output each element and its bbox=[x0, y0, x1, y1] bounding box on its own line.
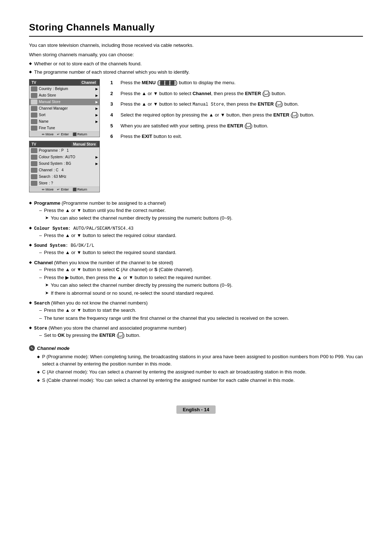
detail-content: Sound System: BG/DK/I/L – Press the ▲ or… bbox=[34, 242, 363, 257]
detail-content: Store (When you store the channel and as… bbox=[34, 324, 363, 340]
footer-label: English - 14 bbox=[176, 405, 216, 414]
step-text: Select the required option by pressing t… bbox=[121, 111, 363, 119]
footer-enter: ↵ Enter bbox=[57, 188, 69, 191]
step-text: Press the ▲ or ▼ button to select Channe… bbox=[121, 90, 363, 97]
step-3: 3 Press the ▲ or ▼ button to select Manu… bbox=[110, 101, 363, 108]
sub-text: Press the ▲ or ▼ button to select the re… bbox=[44, 232, 176, 239]
screen2-tv-label: TV bbox=[32, 142, 36, 146]
sub-item: – The tuner scans the frequency range un… bbox=[39, 315, 363, 322]
footer-move: ⇔ Move bbox=[42, 132, 54, 136]
step-number: 3 bbox=[110, 101, 118, 108]
row-text: Store: ? bbox=[39, 181, 98, 186]
step-2: 2 Press the ▲ or ▼ button to select Chan… bbox=[110, 90, 363, 97]
screen2-row-search: Search: 63 MHz bbox=[29, 173, 99, 180]
bullet-diamond: ◆ bbox=[29, 61, 32, 66]
tv-screens-panel: TV Channel Country: Belgium ▶ Auto Store… bbox=[29, 79, 102, 192]
row-text: Auto Store bbox=[39, 93, 95, 98]
details-section: ◆ Programme (Programme number to be assi… bbox=[29, 200, 363, 384]
screen2-row-coloursys: Colour System: AUTO ▶ bbox=[29, 154, 99, 160]
bullet-diamond: ◆ bbox=[29, 69, 32, 74]
detail-coloursystem: ◆ Colour System: AUTO/PAL/SECAM/NTSC4.43… bbox=[29, 225, 363, 240]
row-text: Name bbox=[39, 119, 95, 124]
sub-text: Press the ▶ button, then press the ▲ or … bbox=[44, 274, 211, 281]
step-number: 2 bbox=[110, 90, 118, 97]
note-title: Channel mode bbox=[37, 345, 70, 352]
note-item-text: S (Cable channel mode): You can select a… bbox=[42, 377, 295, 384]
row-icon bbox=[31, 161, 37, 166]
dash: – bbox=[39, 332, 42, 339]
row-text: Manual Store bbox=[39, 99, 95, 105]
dash: – bbox=[39, 274, 42, 281]
screen2-header: TV Manual Store bbox=[29, 141, 99, 147]
row-arrow: ▶ bbox=[95, 162, 98, 166]
note-item-s: ◆ S (Cable channel mode): You can select… bbox=[37, 377, 363, 384]
sub-item: – Press the ▲ or ▼ button to select C (A… bbox=[39, 266, 363, 273]
screen1-tv-label: TV bbox=[32, 81, 36, 85]
row-arrow: ▶ bbox=[95, 119, 98, 124]
row-icon bbox=[31, 86, 37, 91]
row-icon bbox=[31, 155, 37, 160]
sub-item: – Set to OK by pressing the ENTER (↵) bu… bbox=[39, 332, 363, 339]
sub-sub-text: You can also select the channel number d… bbox=[51, 282, 233, 289]
screen1-body: Country: Belgium ▶ Auto Store ▶ Manual S… bbox=[29, 86, 99, 131]
intro-line1: You can store television channels, inclu… bbox=[29, 42, 363, 49]
row-arrow: ▶ bbox=[95, 93, 98, 98]
screen2-body: Programme: P 1 Colour System: AUTO ▶ Sou… bbox=[29, 147, 99, 187]
row-icon bbox=[31, 99, 37, 105]
note-item-text: C (Air channel mode): You can select a c… bbox=[42, 368, 306, 376]
footer-enter: ↵ Enter bbox=[57, 132, 69, 136]
main-content: TV Channel Country: Belgium ▶ Auto Store… bbox=[29, 79, 363, 192]
row-icon bbox=[31, 113, 37, 118]
footer-move: ⇔ Move bbox=[42, 188, 54, 191]
footer-return: ⬛ Return bbox=[73, 188, 87, 191]
screen1-header: TV Channel bbox=[29, 79, 99, 86]
detail-content: Search (When you do not know the channel… bbox=[34, 299, 363, 322]
intro-line2: When storing channels manually, you can … bbox=[29, 51, 363, 58]
row-icon bbox=[31, 126, 37, 131]
sub-text: Press the ▲ or ▼ button to select C (Air… bbox=[44, 266, 193, 273]
screen1-menu-label: Channel bbox=[80, 80, 97, 85]
tv-screen-1: TV Channel Country: Belgium ▶ Auto Store… bbox=[29, 79, 100, 137]
step-text: Press the EXIT button to exit. bbox=[121, 133, 363, 140]
row-icon bbox=[31, 181, 37, 186]
step-6: 6 Press the EXIT button to exit. bbox=[110, 133, 363, 140]
row-text: Channel Manager bbox=[39, 106, 95, 111]
detail-diamond: ◆ bbox=[29, 242, 32, 248]
note-item-text: P (Programme mode): When completing tuni… bbox=[42, 353, 363, 367]
footer-return: ⬛ Return bbox=[73, 132, 87, 136]
note-diamond: ◆ bbox=[37, 369, 40, 375]
step-4: 4 Select the required option by pressing… bbox=[110, 111, 363, 119]
row-text: Search: 63 MHz bbox=[39, 174, 98, 179]
row-arrow: ▶ bbox=[95, 87, 98, 91]
sub-sub-item: ➤ If there is abnormal sound or no sound… bbox=[45, 290, 363, 297]
arrow-sym: ➤ bbox=[45, 290, 49, 296]
row-text: Sound System: BG bbox=[39, 161, 95, 166]
note-item-p: ◆ P (Programme mode): When completing tu… bbox=[37, 353, 363, 367]
screen2-menu-label: Manual Store bbox=[72, 142, 97, 147]
row-text: Colour System: AUTO bbox=[39, 155, 95, 160]
screen1-row-channelmgr: Channel Manager ▶ bbox=[29, 105, 99, 112]
row-text: Sort bbox=[39, 113, 95, 118]
step-number: 1 bbox=[110, 79, 118, 86]
detail-diamond: ◆ bbox=[29, 200, 32, 205]
screen1-row-name: Name ▶ bbox=[29, 118, 99, 125]
screen1-row-country: Country: Belgium ▶ bbox=[29, 86, 99, 92]
intro-bullet-1: ◆ Whether or not to store each of the ch… bbox=[29, 60, 363, 68]
row-text: Programme: P 1 bbox=[39, 148, 98, 153]
screen2-row-channel: Channel: C 4 bbox=[29, 167, 99, 173]
detail-search: ◆ Search (When you do not know the chann… bbox=[29, 299, 363, 322]
row-arrow: ▶ bbox=[95, 106, 98, 111]
step-text: Press the MENU (⬛⬛⬛) button to display t… bbox=[121, 79, 363, 86]
detail-content: Channel (When you know the number of the… bbox=[34, 259, 363, 298]
arrow-sym: ➤ bbox=[45, 215, 49, 221]
dash: – bbox=[39, 249, 42, 256]
step-5: 5 When you are satisfied with your setti… bbox=[110, 122, 363, 130]
row-icon bbox=[31, 106, 37, 111]
sub-item: – Press the ▲ or ▼ button until you find… bbox=[39, 207, 363, 214]
screen1-footer: ⇔ Move ↵ Enter ⬛ Return bbox=[29, 131, 99, 137]
detail-content: Programme (Programme number to be assign… bbox=[34, 200, 363, 222]
detail-channel: ◆ Channel (When you know the number of t… bbox=[29, 259, 363, 298]
step-text: When you are satisfied with your setting… bbox=[121, 122, 363, 130]
detail-content: Colour System: AUTO/PAL/SECAM/NTSC4.43 –… bbox=[34, 225, 363, 240]
detail-diamond: ◆ bbox=[29, 325, 32, 330]
